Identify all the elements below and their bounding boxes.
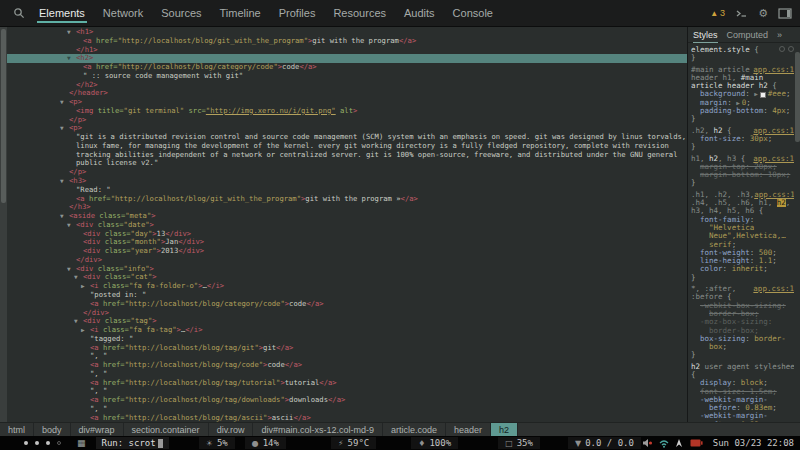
style-line[interactable]: h2 user agent stylesheet — [691, 363, 794, 371]
breadcrumb-item-article.code[interactable]: article.code — [383, 423, 446, 436]
dom-tree-line[interactable]: </h1> — [7, 46, 687, 55]
dom-tree-line[interactable]: "tagged: " — [7, 335, 687, 344]
style-line[interactable]: -webkit-margin- — [691, 412, 794, 420]
dom-tree-line[interactable]: linux fame, for managing the development… — [7, 142, 687, 151]
style-line[interactable]: color: inherit; — [691, 265, 794, 273]
dom-tree-line[interactable]: </h3> — [7, 203, 687, 212]
gear-icon[interactable]: ⚙ — [758, 7, 768, 20]
style-line[interactable]: } — [691, 179, 794, 187]
style-line[interactable]: line-height: 1.1; — [691, 257, 794, 265]
dom-tree-line[interactable]: ▼<div class="cat"> — [7, 273, 687, 282]
wifi-icon[interactable] — [658, 438, 670, 448]
dom-tree-line[interactable]: public license v2." — [7, 159, 687, 168]
dom-tree-line[interactable]: "Read: " — [7, 186, 687, 195]
workspace-indicator-4[interactable] — [57, 441, 61, 445]
dom-tree-line[interactable]: "posted in: " — [7, 291, 687, 300]
style-line[interactable]: #main articleapp.css:1 — [691, 66, 794, 74]
style-line[interactable]: "Helvetica — [691, 224, 794, 232]
style-line[interactable]: display: block; — [691, 379, 794, 387]
dom-tree-line[interactable]: ▶<i class="fa fa-tag">…</i> — [7, 326, 687, 335]
tab-elements[interactable]: Elements — [30, 0, 94, 26]
dom-tree-line-selected[interactable]: ▼<h2> — [7, 54, 687, 63]
dom-tree-line[interactable]: ▼<h3> — [7, 177, 687, 186]
style-line[interactable]: header h1, #main — [691, 74, 794, 82]
dom-tree-line[interactable]: </h2> — [7, 81, 687, 90]
tab-sources[interactable]: Sources — [152, 0, 210, 26]
style-line[interactable]: .h4, .h5, .h6, h1, h2, — [691, 199, 794, 207]
styles-tab-styles[interactable]: Styles — [693, 30, 718, 40]
styles-scrollbar[interactable] — [795, 46, 800, 422]
dom-tree-line[interactable]: </div> — [7, 309, 687, 318]
dom-tree-line[interactable]: <a href="http://localhost/blog/category/… — [7, 300, 687, 309]
workspace-indicator-1[interactable] — [24, 441, 28, 445]
style-line[interactable]: margin-top: 20px; — [691, 163, 794, 171]
dom-tree-line[interactable]: tracking abilities independent of a netw… — [7, 151, 687, 160]
style-line[interactable]: *, :after,app.css:1 — [691, 285, 794, 293]
style-line[interactable]: font-weight: 500; — [691, 249, 794, 257]
scrollbar-thumb[interactable] — [795, 52, 800, 142]
dom-tree-line[interactable]: ▶<i class="fa fa-folder-o">…</i> — [7, 282, 687, 291]
dom-tree-line[interactable]: <img title="git terminal" src="http://im… — [7, 107, 687, 116]
style-line[interactable]: .h2, h2 {app.css:1 — [691, 127, 794, 135]
dom-tree-line[interactable]: <a href="http://localhost/blog/git_with_… — [7, 195, 687, 204]
style-line[interactable]: margin: ▶0; — [691, 99, 794, 107]
dom-tree-line[interactable]: ", " — [7, 370, 687, 379]
dom-tree-line[interactable]: ▼<h1> — [7, 28, 687, 37]
stylesheet-source-link[interactable]: app.css:1 — [753, 285, 794, 293]
style-line[interactable]: Neue",Helvetica,… — [691, 232, 794, 240]
dom-tree-line[interactable]: <div class="month">Jan</div> — [7, 238, 687, 247]
style-line[interactable]: box-sizing: border- — [691, 335, 794, 343]
dom-tree-line[interactable]: "git is a distributed revision control a… — [7, 133, 687, 142]
battery-icon[interactable] — [690, 439, 703, 447]
workspace-indicator-3[interactable] — [46, 441, 50, 445]
dom-tree-line[interactable]: ▼<p> — [7, 98, 687, 107]
style-line[interactable]: :before { — [691, 293, 794, 301]
dom-tree-line[interactable]: ", " — [7, 387, 687, 396]
styles-tab-more[interactable]: » — [777, 30, 782, 40]
styles-tab-computed[interactable]: Computed — [727, 30, 769, 40]
dock-side-icon[interactable] — [778, 8, 792, 19]
dom-tree-line[interactable]: ▼<aside class="meta"> — [7, 212, 687, 221]
style-line[interactable]: padding-bottom: 4px; — [691, 107, 794, 115]
style-line[interactable]: } — [691, 143, 794, 151]
scrollbar-thumb[interactable] — [1, 29, 6, 203]
tab-audits[interactable]: Audits — [395, 0, 444, 26]
style-line[interactable]: -webkit-box-sizing: — [691, 302, 794, 310]
dom-tree-line[interactable]: <a href="http://localhost/blog/tag/downl… — [7, 396, 687, 405]
style-line[interactable]: margin-bottom: 10px; — [691, 171, 794, 179]
style-line[interactable]: -moz-box-sizing: — [691, 318, 794, 326]
breadcrumb-item-div.row[interactable]: div.row — [209, 423, 254, 436]
dom-tree-line[interactable]: ", " — [7, 352, 687, 361]
stylesheet-source-link[interactable]: app.css:1 — [753, 155, 794, 163]
style-line[interactable]: article header h2 { — [691, 82, 794, 90]
tab-network[interactable]: Network — [94, 0, 152, 26]
dom-tree-line[interactable]: <a href="http://localhost/blog/category/… — [7, 63, 687, 72]
dom-tree-line[interactable]: ", " — [7, 405, 687, 414]
stylesheet-source-link[interactable]: app.css:1 — [753, 66, 794, 74]
dom-tree-line[interactable]: </p> — [7, 116, 687, 125]
dom-tree-line[interactable]: </div> — [7, 256, 687, 265]
breadcrumb-item-h2[interactable]: h2 — [491, 423, 518, 436]
style-line[interactable]: border-box; — [691, 327, 794, 335]
style-line[interactable]: box; — [691, 343, 794, 351]
style-line[interactable]: background: ▶#eee; — [691, 90, 794, 98]
style-line[interactable]: .h1, .h2, .h3,app.css:1 — [691, 191, 794, 199]
style-pane-icons[interactable] — [779, 46, 794, 54]
style-line[interactable]: font-size: 1.5em; — [691, 388, 794, 396]
pointer-icon[interactable] — [675, 438, 685, 448]
style-line[interactable]: h3, h4, h5, h6 { — [691, 207, 794, 215]
color-format-icon[interactable] — [788, 46, 794, 52]
style-line[interactable]: } — [691, 274, 794, 282]
style-line[interactable]: element.style { — [691, 46, 794, 54]
breadcrumb-item-div#wrap[interactable]: div#wrap — [71, 423, 124, 436]
style-line[interactable]: } — [691, 115, 794, 123]
stylesheet-source-link[interactable]: app.css:1 — [754, 191, 794, 199]
dom-tree-line[interactable]: <div class="day">13</div> — [7, 230, 687, 239]
dom-tree-line[interactable]: <a href="http://localhost/blog/tag/git">… — [7, 344, 687, 353]
breadcrumb-item-html[interactable]: html — [0, 423, 34, 436]
dom-tree-line[interactable]: ▼<p> — [7, 124, 687, 133]
breadcrumb-item-section.container[interactable]: section.container — [124, 423, 209, 436]
launcher-icon[interactable]: ▦ — [77, 438, 86, 448]
style-line[interactable]: font-family: — [691, 216, 794, 224]
breadcrumb-item-header[interactable]: header — [446, 423, 491, 436]
